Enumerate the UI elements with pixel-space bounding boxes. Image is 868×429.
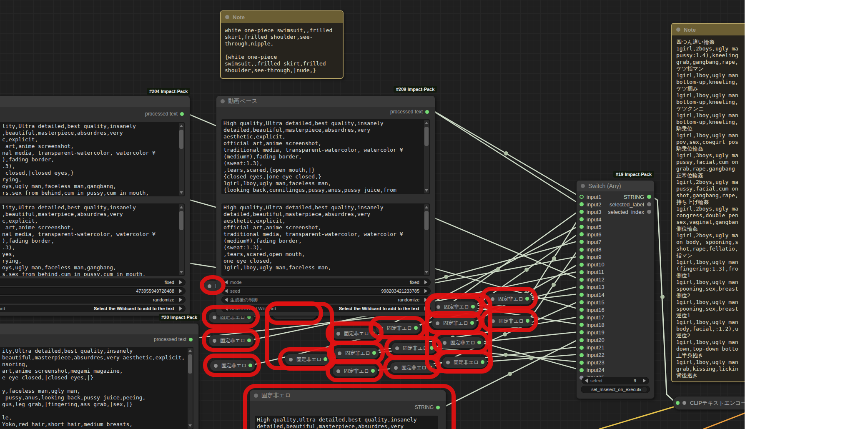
input-slot-input18[interactable]: input18	[580, 321, 605, 329]
collapse-dot-icon[interactable]	[437, 305, 440, 309]
output-slot-processed-text[interactable]: processed text	[390, 109, 429, 115]
toggle-icon[interactable]	[641, 386, 647, 393]
textarea-scrollbar[interactable]	[188, 348, 193, 429]
textarea-scrollbar[interactable]	[179, 123, 184, 196]
textarea-scrollbar[interactable]	[179, 204, 184, 275]
input-slot-input17[interactable]: input17	[580, 314, 605, 321]
widget-seed[interactable]: 473955949728488	[0, 287, 186, 295]
widget-seed[interactable]: seed998203421233785	[221, 287, 431, 295]
input-slot-input15[interactable]: input15	[580, 299, 605, 306]
note-text[interactable]: 四つん這い輪姦1girl,2boys,ugly mapussy:1.4),kne…	[676, 39, 745, 379]
collapse-dot-icon[interactable]	[336, 332, 340, 336]
collapse-dot-icon[interactable]	[254, 394, 258, 398]
collapsed-node-fixed-non-ero[interactable]: 固定非エロ	[332, 328, 378, 339]
widget-select-wildcard[interactable]: add WildcardSelect the Wildcard to add t…	[0, 305, 186, 312]
output-dot[interactable]	[247, 339, 251, 342]
input-slot-input13[interactable]: input13	[580, 283, 605, 291]
input-dot[interactable]	[580, 278, 584, 282]
node-title-bar[interactable]: 固定非エロ	[250, 390, 446, 401]
output-dot[interactable]	[526, 319, 529, 323]
link-midpoint-dot[interactable]	[444, 275, 448, 279]
output-dot[interactable]	[430, 346, 434, 350]
input-slot-input3[interactable]: input3	[580, 208, 601, 216]
link-midpoint-dot[interactable]	[504, 151, 508, 156]
widget-select-wildcard[interactable]: Select to add WildcardSelect the Wildcar…	[221, 305, 431, 312]
populated-textarea[interactable]: lity,Ultra detailed,best quality,insanel…	[0, 203, 185, 276]
fixed-non-ero-node[interactable]: 固定非エロ STRING High quality,Ultra detailed…	[249, 390, 446, 429]
wildcard-textarea[interactable]: High quality,Ultra detailed,best quality…	[221, 119, 430, 194]
link-midpoint-dot[interactable]	[524, 268, 529, 272]
input-slot-input16[interactable]: input16	[580, 306, 605, 314]
collapsed-node-fixed-non-ero[interactable]: 固定非エロ	[439, 337, 484, 349]
textarea-scrollbar[interactable]	[424, 204, 429, 275]
node-title-bar[interactable]	[0, 96, 190, 107]
input-dot[interactable]	[580, 248, 584, 252]
input-slot-input12[interactable]: input12	[580, 276, 605, 283]
node-title-bar[interactable]: Switch (Any)	[577, 181, 654, 191]
collapsed-node-fixed-non-ero[interactable]: 固定非エロ	[390, 362, 435, 374]
input-dot[interactable]	[580, 195, 584, 199]
input-slot-input24[interactable]: input24	[580, 366, 605, 374]
collapsed-node-fixed-non-ero[interactable]: 固定非エロ	[285, 354, 330, 365]
output-dot[interactable]	[429, 366, 432, 369]
widget-control-after-generate[interactable]: 生成後の制御randomize	[221, 296, 431, 304]
widget-control-after-generate[interactable]: 制御randomize	[0, 296, 186, 304]
output-dot[interactable]	[647, 210, 651, 214]
input-dot[interactable]	[580, 315, 584, 319]
output-dot[interactable]	[371, 331, 375, 335]
input-slot-input7[interactable]: input7	[580, 238, 601, 246]
output-dot[interactable]	[471, 305, 475, 309]
collapse-dot-icon[interactable]	[581, 184, 585, 188]
collapsed-node-fixed-non-ero[interactable]: 固定非エロ	[487, 315, 532, 327]
collapse-dot-icon[interactable]	[225, 15, 229, 19]
input-dot[interactable]	[676, 401, 680, 405]
note-text[interactable]: white one-piece swimsuit,,frilledskirt,f…	[225, 27, 340, 75]
input-slot-input21[interactable]: input21	[580, 344, 605, 351]
collapsed-node-fixed-non-ero[interactable]: 固定非エロ	[334, 347, 379, 359]
collapsed-node-fixed-non-ero[interactable]: 固定非エロ	[431, 317, 477, 329]
collapsed-node-fixed-non-ero[interactable]: 固定非エロ	[332, 365, 378, 377]
input-dot[interactable]	[580, 217, 584, 221]
output-dot[interactable]	[647, 195, 651, 199]
widget-mode[interactable]: fixed	[0, 278, 186, 286]
output-dot[interactable]	[425, 110, 429, 114]
input-dot[interactable]	[580, 210, 584, 214]
output-slot-STRING[interactable]: STRING	[602, 193, 651, 201]
collapse-dot-icon[interactable]	[208, 284, 211, 288]
note-node-right[interactable]: Note 四つん這い輪姦1girl,2boys,ugly mapussy:1.4…	[671, 23, 745, 382]
switch-any-node[interactable]: Switch (Any) input1input2input3input4inp…	[576, 180, 655, 399]
collapse-dot-icon[interactable]	[379, 326, 383, 330]
wildcard-node-20[interactable]: processed text ity,Ultra detailed,best q…	[0, 323, 199, 429]
collapsed-node-fixed-non-ero[interactable]: 固定非エロ	[210, 360, 255, 371]
populated-textarea[interactable]: High quality,Ultra detailed,best quality…	[221, 203, 430, 276]
note-title-bar[interactable]: Note	[221, 11, 343, 23]
output-dot[interactable]	[248, 364, 252, 367]
collapse-dot-icon[interactable]	[491, 319, 495, 323]
collapsed-node-fixed-non-ero[interactable]: 固定非エロ	[442, 356, 487, 368]
node-title-bar[interactable]	[0, 324, 198, 334]
collapse-dot-icon[interactable]	[213, 339, 216, 343]
output-dot[interactable]	[647, 202, 651, 206]
textarea-scrollbar[interactable]	[424, 120, 429, 193]
link-midpoint-dot[interactable]	[660, 295, 665, 299]
note-title-bar[interactable]: Note	[672, 24, 745, 35]
input-dot[interactable]	[580, 353, 584, 357]
collapsed-node-fixed-non-ero[interactable]: 固定非エロ	[208, 335, 254, 346]
input-dot[interactable]	[580, 225, 584, 229]
link-midpoint-dot[interactable]	[552, 256, 556, 261]
input-dot[interactable]	[580, 368, 584, 372]
output-dot[interactable]	[481, 360, 484, 364]
input-slot-input14[interactable]: input14	[580, 291, 605, 299]
input-slot-input11[interactable]: input11	[580, 268, 604, 276]
input-dot[interactable]	[580, 346, 584, 350]
input-slot-input8[interactable]: input8	[580, 246, 601, 253]
output-dot[interactable]	[180, 112, 184, 116]
input-dot[interactable]	[580, 361, 584, 365]
output-slot-processed-text[interactable]: processed text	[154, 336, 193, 342]
input-dot[interactable]	[580, 270, 584, 274]
input-slot-input6[interactable]: input6	[580, 231, 601, 238]
collapse-dot-icon[interactable]	[682, 401, 686, 405]
node-graph-canvas[interactable]: Note white one-piece swimsuit,,frilledsk…	[0, 0, 745, 429]
collapsed-node-fixed-non-ero[interactable]: 固定非エロ	[432, 301, 478, 313]
input-slot-input1[interactable]: input1	[580, 193, 601, 201]
